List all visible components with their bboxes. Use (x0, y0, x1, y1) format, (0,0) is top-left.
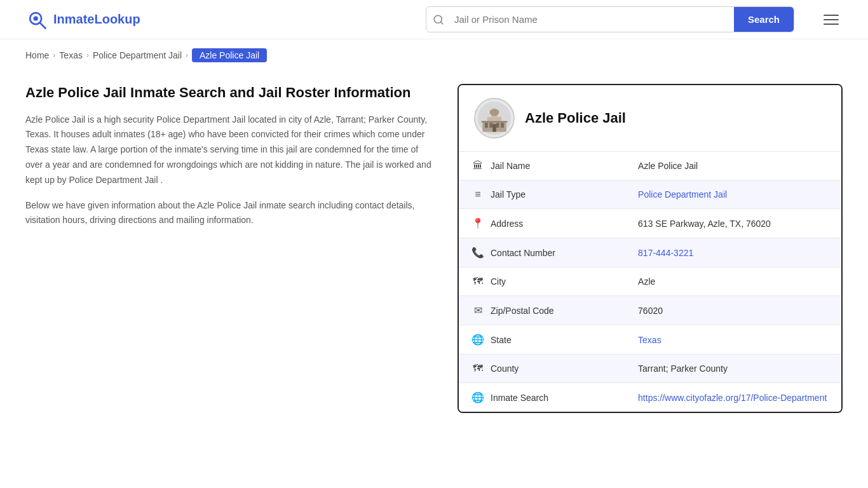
row-label: Jail Name (491, 161, 530, 171)
row-icon: ✉ (471, 304, 484, 316)
svg-rect-14 (492, 124, 496, 132)
row-value: Azle Police Jail (625, 152, 841, 180)
header: InmateLookup Search (0, 0, 868, 39)
row-icon: 🏛 (471, 160, 484, 172)
row-link[interactable]: 817-444-3221 (638, 248, 693, 258)
svg-rect-7 (487, 117, 501, 121)
table-row: 🌐StateTexas (459, 325, 841, 355)
row-value: 817-444-3221 (625, 238, 841, 268)
jail-avatar (474, 98, 515, 139)
info-table: 🏛Jail NameAzle Police Jail≡Jail TypePoli… (459, 151, 841, 412)
row-value: Texas (625, 325, 841, 355)
main-content: Azle Police Jail Inmate Search and Jail … (0, 71, 868, 438)
svg-rect-13 (501, 123, 504, 127)
description-1: Azle Police Jail is a high security Poli… (25, 112, 432, 188)
svg-line-2 (40, 22, 46, 28)
row-label: State (491, 335, 512, 345)
row-value: 613 SE Parkway, Azle, TX, 76020 (625, 209, 841, 238)
breadcrumb-home[interactable]: Home (25, 50, 49, 60)
jail-card: Azle Police Jail 🏛Jail NameAzle Police J… (458, 84, 843, 413)
breadcrumb-chevron-2: › (86, 51, 89, 60)
table-row: 🗺CityAzle (459, 268, 841, 296)
row-label: Inmate Search (491, 393, 548, 403)
menu-button[interactable] (820, 11, 843, 29)
jail-building-icon (477, 100, 512, 136)
table-row: ✉Zip/Postal Code76020 (459, 296, 841, 325)
svg-rect-15 (481, 121, 507, 123)
breadcrumb-type[interactable]: Police Department Jail (93, 50, 182, 60)
row-value: https://www.cityofazle.org/17/Police-Dep… (625, 383, 841, 412)
card-header: Azle Police Jail (459, 85, 841, 151)
hamburger-line-3 (824, 24, 839, 25)
right-column: Azle Police Jail 🏛Jail NameAzle Police J… (458, 84, 843, 413)
row-icon: ≡ (471, 189, 484, 200)
logo-icon (25, 8, 48, 31)
breadcrumb-state[interactable]: Texas (59, 50, 83, 60)
hamburger-line-1 (824, 15, 839, 16)
row-icon: 📞 (471, 247, 484, 259)
table-row: 🗺CountyTarrant; Parker County (459, 355, 841, 383)
svg-rect-12 (496, 123, 499, 127)
page-title: Azle Police Jail Inmate Search and Jail … (25, 84, 432, 102)
left-column: Azle Police Jail Inmate Search and Jail … (25, 84, 432, 238)
logo-link[interactable]: InmateLookup (25, 8, 140, 31)
search-icon (426, 14, 451, 25)
table-row: ≡Jail TypePolice Department Jail (459, 180, 841, 209)
row-label: County (491, 363, 519, 374)
row-icon: 🌐 (471, 391, 484, 403)
table-row: 📍Address613 SE Parkway, Azle, TX, 76020 (459, 209, 841, 238)
row-icon: 🗺 (471, 276, 484, 287)
breadcrumb-chevron-3: › (186, 51, 188, 60)
description-2: Below we have given information about th… (25, 198, 432, 229)
svg-point-9 (490, 109, 499, 116)
svg-rect-10 (485, 123, 488, 127)
row-label: Zip/Postal Code (491, 306, 554, 316)
table-row: 🌐Inmate Searchhttps://www.cityofazle.org… (459, 383, 841, 412)
breadcrumb-current: Azle Police Jail (192, 48, 267, 62)
row-icon: 🗺 (471, 363, 484, 374)
row-value: Police Department Jail (625, 180, 841, 209)
search-bar: Search (426, 6, 794, 32)
table-row: 🏛Jail NameAzle Police Jail (459, 152, 841, 180)
search-input[interactable] (451, 8, 734, 31)
search-button[interactable]: Search (734, 7, 794, 32)
svg-rect-11 (490, 123, 493, 127)
breadcrumb-chevron-1: › (53, 51, 55, 60)
row-icon: 📍 (471, 217, 484, 229)
row-value: Azle (625, 268, 841, 296)
breadcrumb: Home › Texas › Police Department Jail › … (0, 39, 868, 71)
row-label: City (491, 276, 506, 287)
table-row: 📞Contact Number817-444-3221 (459, 238, 841, 268)
row-label: Contact Number (491, 248, 555, 258)
row-value: 76020 (625, 296, 841, 325)
row-link[interactable]: Police Department Jail (638, 189, 727, 200)
svg-point-1 (34, 16, 38, 20)
logo-text: InmateLookup (53, 12, 140, 27)
row-link[interactable]: https://www.cityofazle.org/17/Police-Dep… (638, 393, 827, 403)
row-link[interactable]: Texas (638, 335, 661, 345)
row-icon: 🌐 (471, 334, 484, 346)
svg-line-4 (440, 22, 442, 24)
row-label: Address (491, 219, 523, 229)
hamburger-line-2 (824, 19, 839, 20)
card-jail-name-header: Azle Police Jail (525, 110, 626, 126)
row-value: Tarrant; Parker County (625, 355, 841, 383)
row-label: Jail Type (491, 189, 526, 200)
